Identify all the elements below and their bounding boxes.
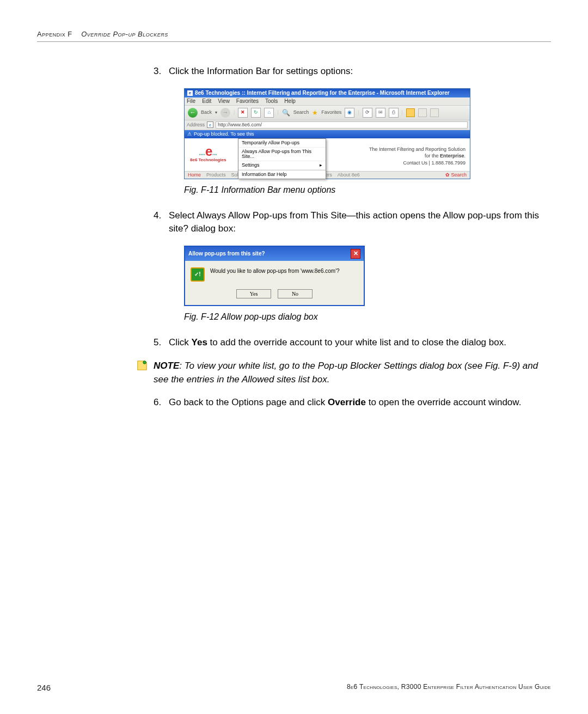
menu-help[interactable]: Help	[284, 99, 296, 104]
brand-text: 8e6 Technologies	[190, 158, 226, 162]
ctx-always-allow[interactable]: Always Allow Pop-ups from This Site...	[238, 148, 326, 161]
menu-tools[interactable]: Tools	[265, 99, 278, 104]
toolbar-icon-a[interactable]	[418, 108, 427, 117]
header-title: Override Pop-up Blockers	[81, 30, 168, 38]
address-input[interactable]: http://www.8e6.com/	[216, 121, 468, 129]
close-icon[interactable]: ✕	[351, 249, 360, 259]
stop-icon[interactable]: ✕	[238, 108, 248, 118]
ie-toolbar: ← Back ▾ → | ✕ ↻ ⌂ | 🔍 Search ★	[185, 106, 470, 120]
folder-icon[interactable]	[406, 108, 415, 117]
caption-f11: Fig. F-11 Information Bar menu options	[184, 184, 551, 196]
step-3: Click the Information Bar for settings o…	[154, 65, 551, 196]
back-label[interactable]: Back	[201, 110, 212, 115]
figure-f12: Allow pop-ups from this site? ✕ ✓! Would…	[184, 246, 551, 306]
nav-products[interactable]: Products	[206, 173, 226, 178]
dialog-message: Would you like to allow pop-ups from 'ww…	[210, 267, 340, 276]
page-icon: e	[207, 121, 213, 128]
dialog-titlebar: Allow pop-ups from this site? ✕	[185, 247, 364, 261]
ie-menubar[interactable]: File Edit View Favorites Tools Help	[185, 97, 470, 106]
ie-title-text: 8e6 Technologies :: Internet Filtering a…	[195, 90, 450, 96]
menu-view[interactable]: View	[218, 99, 230, 104]
ie-page-body: Temporarily Allow Pop-ups Always Allow P…	[185, 138, 470, 171]
page-number: 246	[37, 683, 51, 692]
note-block: NOTE: To view your white list, go to the…	[136, 359, 551, 386]
forward-icon[interactable]: →	[220, 108, 230, 118]
mail-icon[interactable]: ✉	[376, 108, 385, 118]
site-logo: ▪▪▪▪e▪▪▪ 8e6 Technologies	[190, 146, 226, 162]
menu-edit[interactable]: Edit	[202, 99, 211, 104]
step-5: Click Yes to add the override account to…	[154, 336, 551, 350]
ctx-temp-allow[interactable]: Temporarily Allow Pop-ups	[238, 139, 326, 148]
ie-information-bar[interactable]: ⚠ Pop-up blocked. To see this	[185, 130, 470, 138]
refresh-icon[interactable]: ↻	[251, 108, 261, 118]
nav-home[interactable]: Home	[188, 173, 201, 178]
no-button[interactable]: No	[278, 289, 313, 298]
figure-f11: e 8e6 Technologies :: Internet Filtering…	[184, 88, 551, 179]
back-icon[interactable]: ←	[188, 108, 198, 118]
ie-address-bar: Address e http://www.8e6.com/	[185, 120, 470, 130]
nav-search[interactable]: ✿ Search	[445, 173, 467, 178]
print-icon[interactable]: ⎙	[389, 108, 399, 118]
search-icon[interactable]: 🔍	[282, 109, 290, 116]
note-icon	[136, 359, 148, 371]
ctx-settings[interactable]: Settings▸	[238, 161, 326, 170]
infobar-text: Pop-up blocked. To see this	[194, 132, 254, 137]
menu-file[interactable]: File	[187, 99, 195, 104]
ctx-help[interactable]: Information Bar Help	[238, 170, 326, 179]
note-text: NOTE: To view your white list, go to the…	[154, 359, 551, 386]
media-icon[interactable]: ◉	[345, 108, 354, 118]
favorites-label[interactable]: Favorites	[321, 110, 341, 115]
toolbar-icon-b[interactable]	[430, 108, 439, 117]
chevron-right-icon: ▸	[320, 163, 322, 168]
confirm-icon: ✓!	[191, 267, 205, 282]
address-label: Address	[187, 123, 205, 127]
caption-f12: Fig. F-12 Allow pop-ups dialog box	[184, 310, 551, 323]
ie-titlebar: e 8e6 Technologies :: Internet Filtering…	[185, 89, 470, 97]
yes-button[interactable]: Yes	[236, 289, 271, 298]
tagline: The Internet Filtering and Reporting Sol…	[369, 146, 465, 167]
step-6: Go back to the Options page and click Ov…	[154, 396, 551, 410]
step-4: Select Always Allow Pop-ups from This Si…	[154, 209, 551, 323]
dialog-title-text: Allow pop-ups from this site?	[188, 250, 265, 258]
svg-point-0	[143, 361, 146, 364]
page-footer: 246 8e6 Technologies, R3000 Enterprise F…	[37, 672, 551, 692]
header-appendix: Appendix F	[37, 30, 72, 38]
page-header: Appendix F Override Pop-up Blockers	[37, 30, 551, 42]
site-nav: Home Products Solutions Support Press Ce…	[185, 171, 470, 179]
menu-favorites[interactable]: Favorites	[236, 99, 259, 104]
favorites-icon[interactable]: ★	[312, 109, 318, 116]
nav-about[interactable]: About 8e6	[338, 173, 360, 178]
search-label[interactable]: Search	[293, 110, 309, 115]
info-icon: ⚠	[187, 132, 192, 137]
history-icon[interactable]: ⟳	[363, 108, 372, 118]
footer-text: 8e6 Technologies, R3000 Enterprise Filte…	[51, 683, 551, 692]
home-icon[interactable]: ⌂	[264, 108, 274, 118]
ie-app-icon: e	[187, 90, 193, 96]
allow-popups-dialog: Allow pop-ups from this site? ✕ ✓! Would…	[184, 246, 365, 306]
infobar-context-menu[interactable]: Temporarily Allow Pop-ups Always Allow P…	[238, 138, 326, 179]
ie-window: e 8e6 Technologies :: Internet Filtering…	[184, 88, 470, 179]
